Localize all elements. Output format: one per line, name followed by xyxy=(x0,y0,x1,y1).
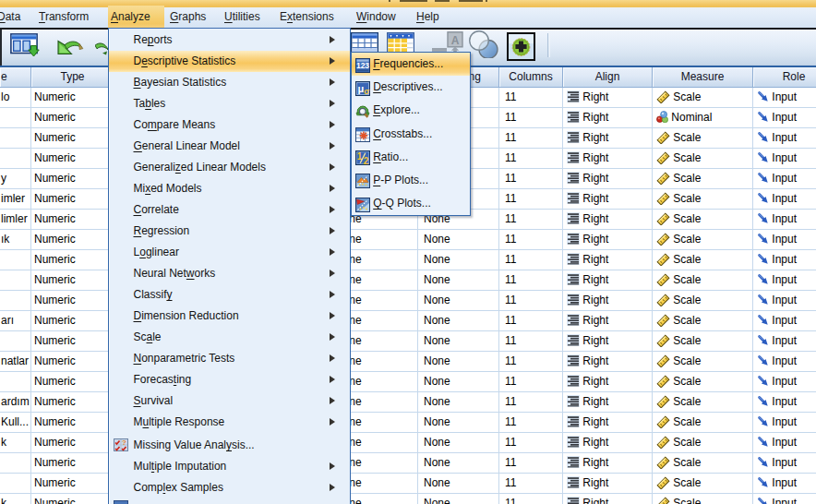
svg-text:2: 2 xyxy=(364,156,369,165)
svg-text:123: 123 xyxy=(356,61,369,70)
svg-text:?: ? xyxy=(122,438,126,447)
svg-text:A: A xyxy=(451,34,460,47)
svg-text:σ: σ xyxy=(364,87,369,96)
